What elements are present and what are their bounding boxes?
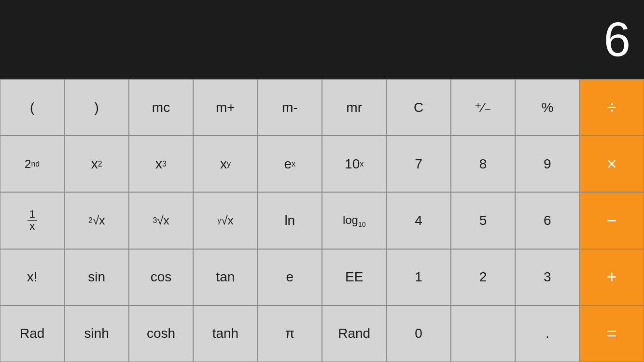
factorial-button[interactable]: x!: [0, 249, 64, 306]
sqrt2-button[interactable]: 2√x: [64, 192, 128, 249]
clear-button[interactable]: C: [386, 79, 450, 136]
sin-button[interactable]: sin: [64, 249, 128, 306]
display-value: 6: [603, 12, 630, 67]
close-paren-button[interactable]: ): [64, 79, 128, 136]
rad-button[interactable]: Rad: [0, 306, 64, 362]
multiply-button[interactable]: ×: [580, 136, 644, 192]
x2-button[interactable]: x2: [64, 136, 128, 192]
mc-button[interactable]: mc: [129, 79, 193, 136]
tan-button[interactable]: tan: [193, 249, 257, 306]
xy-button[interactable]: xy: [193, 136, 257, 192]
sinh-button[interactable]: sinh: [64, 306, 128, 362]
0-button[interactable]: 0: [386, 306, 450, 362]
2-button[interactable]: 2: [451, 249, 515, 306]
cos-button[interactable]: cos: [129, 249, 193, 306]
ex-button[interactable]: ex: [258, 136, 322, 192]
mr-button[interactable]: mr: [322, 79, 386, 136]
minus-button[interactable]: −: [580, 192, 644, 249]
rand-button[interactable]: Rand: [322, 306, 386, 362]
display-area: 6: [0, 0, 644, 79]
ln-button[interactable]: ln: [258, 192, 322, 249]
10x-button[interactable]: 10x: [322, 136, 386, 192]
open-paren-button[interactable]: (: [0, 79, 64, 136]
sqrt3-button[interactable]: 3√x: [129, 192, 193, 249]
tanh-button[interactable]: tanh: [193, 306, 257, 362]
e-button[interactable]: e: [258, 249, 322, 306]
4-button[interactable]: 4: [386, 192, 450, 249]
mminus-button[interactable]: m-: [258, 79, 322, 136]
7-button[interactable]: 7: [386, 136, 450, 192]
plusminus-button[interactable]: ⁺∕₋: [451, 79, 515, 136]
reciprocal-button[interactable]: 1 x: [0, 192, 64, 249]
divide-button[interactable]: ÷: [580, 79, 644, 136]
equals-button[interactable]: =: [580, 306, 644, 362]
percent-button[interactable]: %: [515, 79, 579, 136]
3-button[interactable]: 3: [515, 249, 579, 306]
cosh-button[interactable]: cosh: [129, 306, 193, 362]
plus-button[interactable]: +: [580, 249, 644, 306]
mplus-button[interactable]: m+: [193, 79, 257, 136]
empty-button: [451, 306, 515, 362]
9-button[interactable]: 9: [515, 136, 579, 192]
1-button[interactable]: 1: [386, 249, 450, 306]
2nd-button[interactable]: 2nd: [0, 136, 64, 192]
ee-button[interactable]: EE: [322, 249, 386, 306]
calculator-grid: ( ) mc m+ m- mr C ⁺∕₋ % ÷ 2nd x2 x3 xy e…: [0, 79, 644, 362]
pi-button[interactable]: π: [258, 306, 322, 362]
8-button[interactable]: 8: [451, 136, 515, 192]
dot-button[interactable]: .: [515, 306, 579, 362]
log10-button[interactable]: log10: [322, 192, 386, 249]
5-button[interactable]: 5: [451, 192, 515, 249]
sqrty-button[interactable]: y√x: [193, 192, 257, 249]
6-button[interactable]: 6: [515, 192, 579, 249]
x3-button[interactable]: x3: [129, 136, 193, 192]
